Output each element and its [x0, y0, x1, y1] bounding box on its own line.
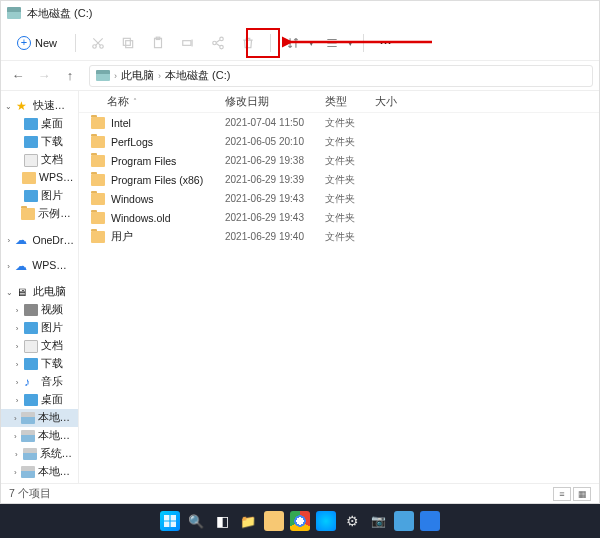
chevron-right-icon: ›	[158, 71, 161, 81]
sidebar-item[interactable]: 文档	[1, 151, 78, 169]
doc-icon	[24, 340, 38, 353]
up-button[interactable]: ↑	[59, 65, 81, 87]
sidebar-item[interactable]: ›文档	[1, 337, 78, 355]
file-date: 2021-06-05 20:10	[225, 136, 325, 147]
expander-icon[interactable]: ›	[13, 450, 20, 459]
download-icon	[24, 136, 38, 148]
taskbar-camera-icon[interactable]	[368, 511, 388, 531]
taskbar-explorer-icon[interactable]	[264, 511, 284, 531]
folder-icon	[91, 117, 105, 129]
column-name[interactable]: 名称˄	[107, 95, 225, 109]
file-name: Program Files (x86)	[111, 174, 225, 186]
breadcrumb-root[interactable]: 此电脑	[121, 68, 154, 83]
wps-icon	[22, 172, 36, 184]
file-date: 2021-06-29 19:43	[225, 212, 325, 223]
file-row[interactable]: Program Files (x86) 2021-06-29 19:39 文件夹	[79, 170, 599, 189]
sidebar-item[interactable]: ›WPS网盘	[1, 257, 78, 275]
taskbar-search-icon[interactable]	[186, 511, 206, 531]
sidebar[interactable]: ⌄快速访问桌面下载文档WPS网盘图片示例文件夹›OneDrive›WPS网盘⌄此…	[1, 91, 79, 483]
new-button[interactable]: + New	[9, 33, 65, 53]
file-name: Windows.old	[111, 212, 225, 224]
file-list[interactable]: Intel 2021-07-04 11:50 文件夹 PerfLogs 2021…	[79, 113, 599, 483]
sidebar-item-label: 系统 (E:)	[40, 447, 74, 461]
plus-icon: +	[17, 36, 31, 50]
file-row[interactable]: PerfLogs 2021-06-05 20:10 文件夹	[79, 132, 599, 151]
sidebar-item[interactable]: WPS网盘	[1, 169, 78, 187]
folder-icon	[21, 208, 35, 220]
disk-icon	[96, 70, 110, 81]
column-date[interactable]: 修改日期	[225, 95, 325, 109]
file-row[interactable]: Program Files 2021-06-29 19:38 文件夹	[79, 151, 599, 170]
file-name: PerfLogs	[111, 136, 225, 148]
sidebar-item[interactable]: 示例文件夹	[1, 205, 78, 223]
sort-indicator-icon: ˄	[133, 97, 137, 106]
sidebar-item[interactable]: ›系统 (E:)	[1, 445, 78, 463]
disk-icon	[23, 448, 37, 460]
expander-icon[interactable]: ›	[13, 468, 18, 477]
folder-icon	[91, 155, 105, 167]
sidebar-item[interactable]: ›本地磁盘 (F:)	[1, 463, 78, 481]
svg-point-8	[213, 41, 217, 45]
file-type: 文件夹	[325, 192, 375, 206]
disk-icon	[7, 7, 21, 19]
sidebar-item[interactable]: ›视频	[1, 301, 78, 319]
sidebar-item[interactable]: ›本地磁盘 (C:)	[1, 409, 78, 427]
separator	[270, 34, 271, 52]
expander-icon[interactable]: ›	[13, 414, 18, 423]
sort-button[interactable]	[281, 31, 305, 55]
expander-icon[interactable]: ⌄	[5, 102, 13, 111]
task-view-icon[interactable]	[212, 511, 232, 531]
expander-icon[interactable]: ›	[13, 396, 21, 405]
expander-icon[interactable]: ›	[13, 360, 21, 369]
expander-icon[interactable]: ⌄	[5, 288, 13, 297]
address-bar[interactable]: › 此电脑 › 本地磁盘 (C:)	[89, 65, 593, 87]
sidebar-item[interactable]: ⌄快速访问	[1, 97, 78, 115]
taskbar-app-icon[interactable]	[394, 511, 414, 531]
expander-icon[interactable]: ›	[13, 342, 21, 351]
taskbar-widgets-icon[interactable]	[238, 511, 258, 531]
back-button[interactable]: ←	[7, 65, 29, 87]
file-row[interactable]: Windows 2021-06-29 19:43 文件夹	[79, 189, 599, 208]
file-row[interactable]: Intel 2021-07-04 11:50 文件夹	[79, 113, 599, 132]
expander-icon[interactable]: ›	[13, 324, 21, 333]
more-button[interactable]: ···	[374, 31, 398, 55]
download-icon	[24, 358, 38, 370]
sidebar-item[interactable]: ›下载	[1, 355, 78, 373]
column-type[interactable]: 类型	[325, 95, 375, 109]
folder-icon	[91, 193, 105, 205]
sidebar-item[interactable]: 下载	[1, 133, 78, 151]
sidebar-item[interactable]: ›桌面	[1, 391, 78, 409]
taskbar-edge-icon[interactable]	[316, 511, 336, 531]
taskbar-chrome-icon[interactable]	[290, 511, 310, 531]
taskbar-tencent-icon[interactable]	[420, 511, 440, 531]
sidebar-item[interactable]: ⌄此电脑	[1, 283, 78, 301]
column-size[interactable]: 大小	[375, 95, 425, 109]
sidebar-item[interactable]: 桌面	[1, 115, 78, 133]
file-row[interactable]: 用户 2021-06-29 19:40 文件夹	[79, 227, 599, 246]
details-view-button[interactable]: ≡	[553, 487, 571, 501]
expander-icon[interactable]: ›	[5, 236, 12, 245]
toolbar: + New ▾ ▾ ···	[1, 25, 599, 61]
start-button[interactable]	[160, 511, 180, 531]
sidebar-item[interactable]: ›OneDrive	[1, 231, 78, 249]
expander-icon[interactable]: ›	[13, 378, 21, 387]
folder-icon	[91, 231, 105, 243]
music-icon	[24, 376, 38, 388]
pc-icon	[16, 286, 30, 298]
file-row[interactable]: Windows.old 2021-06-29 19:43 文件夹	[79, 208, 599, 227]
sidebar-item[interactable]: 图片	[1, 187, 78, 205]
sidebar-item[interactable]: ›本地磁盘 (D:)	[1, 427, 78, 445]
expander-icon[interactable]: ›	[5, 262, 12, 271]
disk-icon	[21, 466, 35, 478]
expander-icon[interactable]: ›	[13, 306, 21, 315]
share-button	[206, 31, 230, 55]
sidebar-item[interactable]: ›图片	[1, 319, 78, 337]
breadcrumb-current[interactable]: 本地磁盘 (C:)	[165, 68, 230, 83]
sidebar-item-label: 文档	[41, 339, 63, 353]
expander-icon[interactable]: ›	[13, 432, 18, 441]
view-button[interactable]	[320, 31, 344, 55]
icons-view-button[interactable]: ▦	[573, 487, 591, 501]
sidebar-item-label: 此电脑	[33, 285, 66, 299]
taskbar-settings-icon[interactable]	[342, 511, 362, 531]
sidebar-item[interactable]: ›音乐	[1, 373, 78, 391]
